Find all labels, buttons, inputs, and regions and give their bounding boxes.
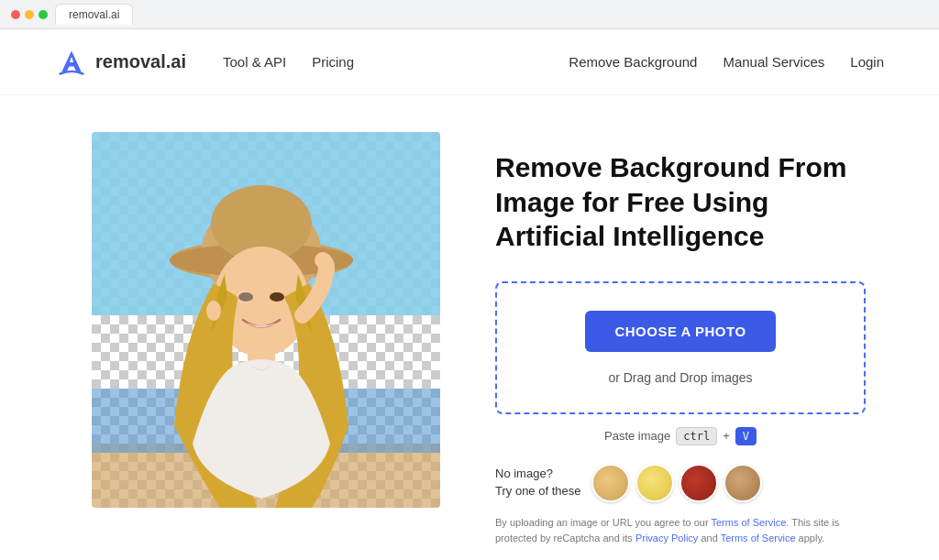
logo-icon: [55, 46, 88, 79]
svg-point-13: [206, 301, 221, 321]
sample-thumb-4[interactable]: [724, 464, 762, 502]
nav-left: Tool & API Pricing: [223, 54, 354, 70]
navbar: removal.ai Tool & API Pricing Remove Bac…: [0, 29, 939, 95]
terms-text: By uploading an image or URL you agree t…: [495, 515, 844, 547]
choose-photo-button[interactable]: CHOOSE A PHOTO: [585, 311, 775, 352]
try-one-text: Try one of these: [495, 483, 580, 500]
minimize-dot[interactable]: [25, 10, 34, 19]
sample-thumb-1[interactable]: [591, 464, 630, 502]
terms-of-service-link-2[interactable]: Terms of Service: [721, 533, 796, 544]
hero-photo: [92, 132, 440, 508]
no-image-text: No image?: [495, 466, 580, 482]
paste-label: Paste image: [604, 429, 670, 443]
nav-tool-api[interactable]: Tool & API: [223, 54, 286, 70]
terms-prefix: By uploading an image or URL you agree t…: [495, 517, 711, 528]
sample-thumb-3[interactable]: [679, 464, 718, 502]
plus-sign: +: [723, 429, 730, 443]
close-dot[interactable]: [11, 10, 20, 19]
terms-of-service-link-1[interactable]: Terms of Service: [711, 517, 786, 528]
terms-end: apply.: [796, 533, 825, 544]
svg-point-10: [270, 292, 284, 302]
tab-title: removal.ai: [69, 8, 119, 21]
nav-right: Remove Background Manual Services Login: [569, 54, 884, 70]
svg-point-11: [237, 291, 253, 302]
privacy-policy-link[interactable]: Privacy Policy: [635, 533, 698, 544]
paste-area: Paste image ctrl + V: [495, 427, 866, 445]
browser-tab[interactable]: removal.ai: [55, 4, 133, 25]
nav-manual-services[interactable]: Manual Services: [723, 54, 824, 70]
sample-images: [591, 464, 762, 502]
sample-label: No image? Try one of these: [495, 466, 580, 499]
ctrl-key: ctrl: [676, 427, 717, 445]
browser-bar: removal.ai: [0, 0, 939, 29]
sample-row: No image? Try one of these: [495, 464, 866, 502]
logo[interactable]: removal.ai: [55, 46, 186, 79]
upload-area[interactable]: CHOOSE A PHOTO or Drag and Drop images: [495, 281, 866, 414]
logo-text: removal.ai: [95, 51, 186, 72]
right-panel: Remove Background From Image for Free Us…: [495, 132, 866, 547]
v-key: V: [735, 427, 757, 445]
drag-drop-text: or Drag and Drop images: [515, 370, 845, 385]
maximize-dot[interactable]: [39, 10, 48, 19]
hero-image-container: [92, 132, 440, 508]
nav-remove-background[interactable]: Remove Background: [569, 54, 697, 70]
terms-and: and: [698, 533, 720, 544]
browser-dots: [11, 10, 48, 19]
nav-login[interactable]: Login: [850, 54, 884, 70]
main-content: Remove Background From Image for Free Us…: [0, 95, 939, 560]
sample-thumb-2[interactable]: [635, 464, 674, 502]
nav-pricing[interactable]: Pricing: [312, 54, 354, 70]
hero-title: Remove Background From Image for Free Us…: [495, 150, 866, 254]
